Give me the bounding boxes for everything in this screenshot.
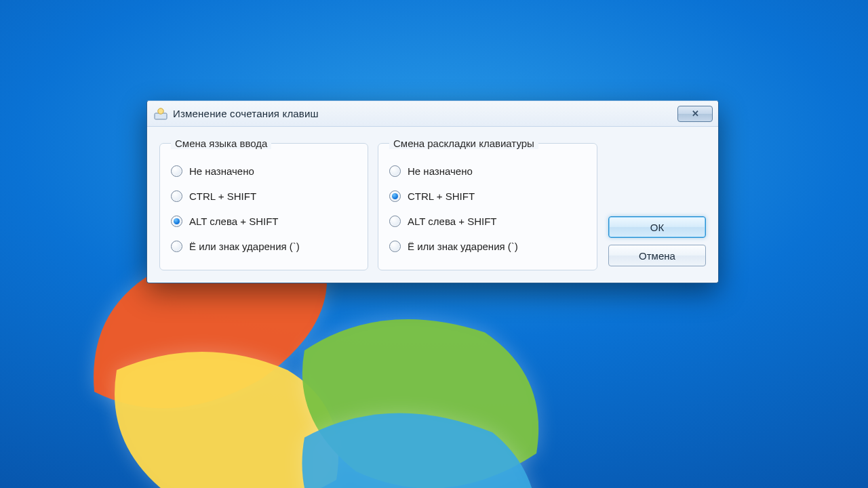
- dialog-content: Смена языка ввода Не назначено CTRL + SH…: [147, 127, 718, 283]
- radio-icon: [171, 165, 182, 177]
- radio-option[interactable]: CTRL + SHIFT: [170, 184, 358, 209]
- radio-icon: [389, 165, 401, 177]
- group-legend: Смена раскладки клавиатуры: [389, 138, 538, 149]
- radio-option[interactable]: Не назначено: [170, 159, 358, 184]
- radio-option[interactable]: Ё или знак ударения (`): [170, 234, 358, 259]
- radio-option[interactable]: ALT слева + SHIFT: [170, 209, 358, 234]
- logo-leaf-blue: [292, 407, 549, 488]
- radio-label: Не назначено: [189, 165, 254, 177]
- ok-button[interactable]: ОК: [608, 216, 706, 238]
- radio-option[interactable]: ALT слева + SHIFT: [388, 209, 587, 234]
- svg-point-1: [158, 108, 163, 113]
- radio-label: Не назначено: [408, 165, 473, 177]
- radio-icon: [171, 216, 182, 227]
- radio-icon: [389, 190, 401, 202]
- group-legend: Смена языка ввода: [171, 138, 271, 149]
- radio-label: Ё или знак ударения (`): [189, 241, 300, 252]
- radio-icon: [171, 241, 182, 252]
- group-input-language: Смена языка ввода Не назначено CTRL + SH…: [159, 138, 368, 270]
- radio-icon: [389, 216, 401, 227]
- radio-icon: [389, 241, 401, 252]
- close-button[interactable]: ✕: [677, 106, 713, 122]
- dialog-change-key-sequence: Изменение сочетания клавиш ✕ Смена языка…: [146, 100, 719, 283]
- radio-label: CTRL + SHIFT: [189, 190, 256, 202]
- keyboard-layout-icon: [154, 107, 167, 121]
- radio-label: ALT слева + SHIFT: [408, 216, 496, 227]
- radio-option[interactable]: Ё или знак ударения (`): [388, 234, 587, 259]
- close-icon: ✕: [692, 108, 699, 119]
- dialog-title: Изменение сочетания клавиш: [173, 108, 319, 119]
- titlebar[interactable]: Изменение сочетания клавиш ✕: [147, 101, 718, 127]
- radio-label: CTRL + SHIFT: [408, 190, 475, 202]
- cancel-button[interactable]: Отмена: [608, 245, 706, 266]
- radio-icon: [171, 190, 182, 202]
- radio-label: ALT слева + SHIFT: [189, 216, 278, 227]
- radio-option[interactable]: Не назначено: [388, 159, 587, 184]
- radio-option[interactable]: CTRL + SHIFT: [388, 184, 587, 209]
- dialog-buttons: ОК Отмена: [608, 138, 706, 270]
- radio-label: Ё или знак ударения (`): [408, 241, 518, 252]
- group-keyboard-layout: Смена раскладки клавиатуры Не назначено …: [378, 138, 597, 270]
